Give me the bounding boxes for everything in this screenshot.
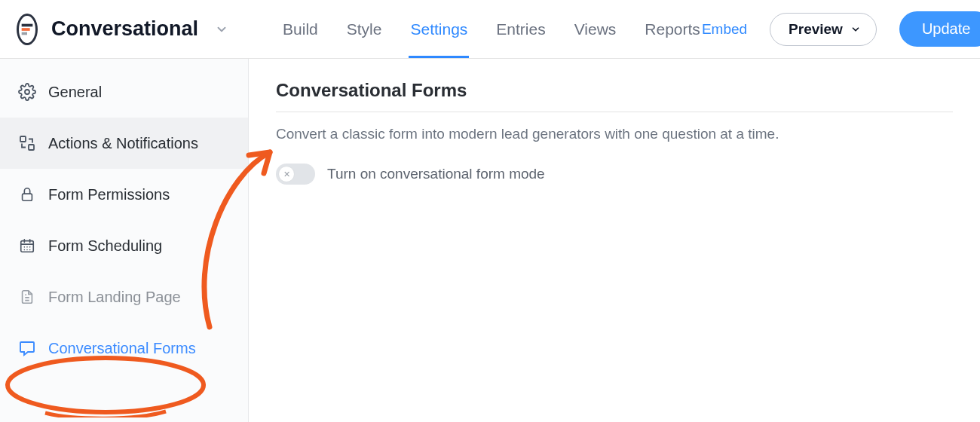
close-icon: ✕ bbox=[283, 170, 290, 179]
preview-button-label: Preview bbox=[789, 21, 843, 38]
form-title[interactable]: Conversational bbox=[51, 17, 198, 41]
tab-reports[interactable]: Reports bbox=[643, 1, 702, 58]
app-logo bbox=[17, 14, 38, 45]
preview-button[interactable]: Preview bbox=[770, 13, 877, 46]
tab-settings[interactable]: Settings bbox=[409, 1, 469, 58]
svg-rect-2 bbox=[29, 145, 34, 150]
chevron-down-icon bbox=[850, 24, 861, 35]
sidebar-item-conversational-forms[interactable]: Conversational Forms bbox=[0, 323, 248, 374]
chat-icon bbox=[18, 339, 36, 357]
update-button[interactable]: Update bbox=[899, 11, 980, 47]
conversational-mode-toggle[interactable]: ✕ bbox=[276, 164, 315, 185]
lock-icon bbox=[18, 185, 36, 203]
sidebar-item-general[interactable]: General bbox=[0, 66, 248, 118]
sidebar-item-form-permissions[interactable]: Form Permissions bbox=[0, 169, 248, 220]
sidebar-item-label: General bbox=[48, 84, 102, 101]
sidebar-item-label: Conversational Forms bbox=[48, 340, 196, 357]
svg-point-0 bbox=[25, 90, 29, 94]
swap-icon bbox=[18, 134, 36, 152]
conversational-mode-toggle-row: ✕ Turn on conversational form mode bbox=[276, 164, 953, 185]
svg-rect-3 bbox=[23, 194, 32, 200]
logo-glyph-icon bbox=[19, 21, 35, 38]
embed-link[interactable]: Embed bbox=[702, 21, 747, 38]
tab-entries[interactable]: Entries bbox=[495, 1, 547, 58]
toggle-knob: ✕ bbox=[278, 166, 295, 182]
page-icon bbox=[18, 288, 36, 306]
sidebar-item-label: Form Permissions bbox=[48, 186, 170, 203]
panel-title: Conversational Forms bbox=[276, 80, 953, 112]
gear-icon bbox=[18, 83, 36, 101]
sidebar-item-label: Actions & Notifications bbox=[48, 135, 198, 152]
toggle-label: Turn on conversational form mode bbox=[327, 166, 545, 182]
sidebar-item-form-scheduling[interactable]: Form Scheduling bbox=[0, 220, 248, 271]
panel-description: Convert a classic form into modern lead … bbox=[276, 126, 953, 142]
tab-build[interactable]: Build bbox=[281, 1, 320, 58]
tab-style[interactable]: Style bbox=[345, 1, 384, 58]
tab-views[interactable]: Views bbox=[573, 1, 618, 58]
body: General Actions & Notifications Form Per… bbox=[0, 59, 980, 422]
calendar-icon bbox=[18, 237, 36, 255]
header-actions: Embed Preview Update bbox=[702, 11, 980, 47]
settings-sidebar: General Actions & Notifications Form Per… bbox=[0, 59, 249, 422]
sidebar-item-form-landing-page[interactable]: Form Landing Page bbox=[0, 271, 248, 323]
form-switcher-dropdown[interactable] bbox=[215, 23, 228, 36]
primary-tabs: Build Style Settings Entries Views Repor… bbox=[281, 1, 702, 58]
sidebar-item-label: Form Scheduling bbox=[48, 237, 162, 255]
sidebar-item-actions-notifications[interactable]: Actions & Notifications bbox=[0, 118, 248, 169]
top-bar: Conversational Build Style Settings Entr… bbox=[0, 0, 980, 59]
sidebar-item-label: Form Landing Page bbox=[48, 289, 181, 306]
settings-panel: Conversational Forms Convert a classic f… bbox=[249, 59, 980, 422]
svg-rect-1 bbox=[20, 136, 26, 142]
chevron-down-icon bbox=[215, 23, 228, 36]
